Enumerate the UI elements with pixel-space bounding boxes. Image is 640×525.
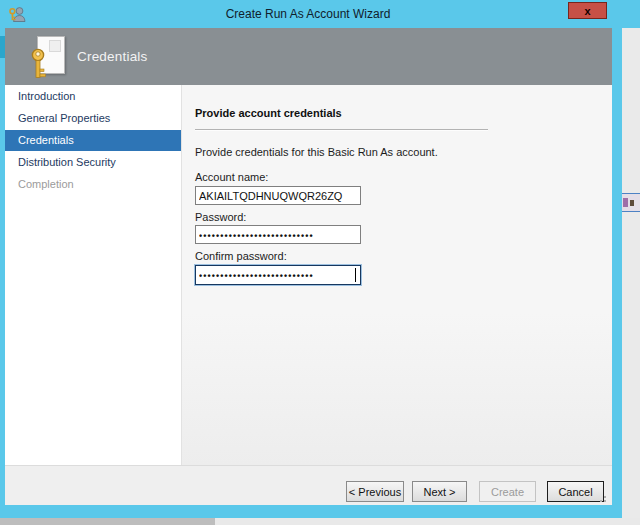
desktop: Create Run As Account Wizard x Credentia…: [0, 0, 640, 525]
nav-item-completion: Completion: [5, 174, 181, 195]
nav-item-credentials[interactable]: Credentials: [5, 130, 181, 151]
wizard-footer: < Previous Next > Create Cancel: [5, 465, 612, 505]
password-label: Password:: [195, 211, 246, 223]
desktop-background: [622, 28, 640, 518]
credentials-page-icon: [29, 35, 67, 81]
background-window-fragment: [622, 193, 640, 212]
account-name-input[interactable]: [195, 186, 361, 205]
next-button[interactable]: Next >: [412, 481, 467, 502]
window-border: [0, 505, 622, 518]
create-button: Create: [479, 481, 536, 502]
close-icon: x: [584, 5, 590, 17]
heading-separator: [195, 129, 488, 131]
step-title: Credentials: [77, 28, 148, 85]
title-bar[interactable]: Create Run As Account Wizard x: [0, 0, 640, 28]
previous-button[interactable]: < Previous: [346, 481, 404, 502]
background-fragment-icon: [630, 200, 634, 206]
wizard-navigation: Introduction General Properties Credenti…: [5, 85, 181, 465]
window-border: [612, 28, 622, 518]
account-name-label: Account name:: [195, 171, 268, 183]
window-title: Create Run As Account Wizard: [0, 0, 616, 28]
nav-item-introduction[interactable]: Introduction: [5, 86, 181, 107]
wizard-step-header: Credentials: [5, 28, 612, 85]
text-cursor: [355, 268, 356, 282]
page-title: Provide account credentials: [195, 107, 342, 119]
nav-item-distribution-security[interactable]: Distribution Security: [5, 152, 181, 173]
wizard-content: Provide account credentials Provide cred…: [182, 85, 612, 465]
key-icon: [29, 47, 49, 81]
password-input[interactable]: [195, 225, 361, 244]
close-button[interactable]: x: [568, 2, 607, 19]
instruction-text: Provide credentials for this Basic Run A…: [195, 146, 438, 158]
cancel-button[interactable]: Cancel: [547, 481, 604, 502]
background-fragment-icon: [623, 198, 628, 207]
nav-item-general-properties[interactable]: General Properties: [5, 108, 181, 129]
confirm-password-input[interactable]: [195, 265, 361, 285]
resize-grip-icon[interactable]: [598, 494, 606, 502]
confirm-password-label: Confirm password:: [195, 250, 287, 262]
background-window-edge: [0, 518, 215, 525]
